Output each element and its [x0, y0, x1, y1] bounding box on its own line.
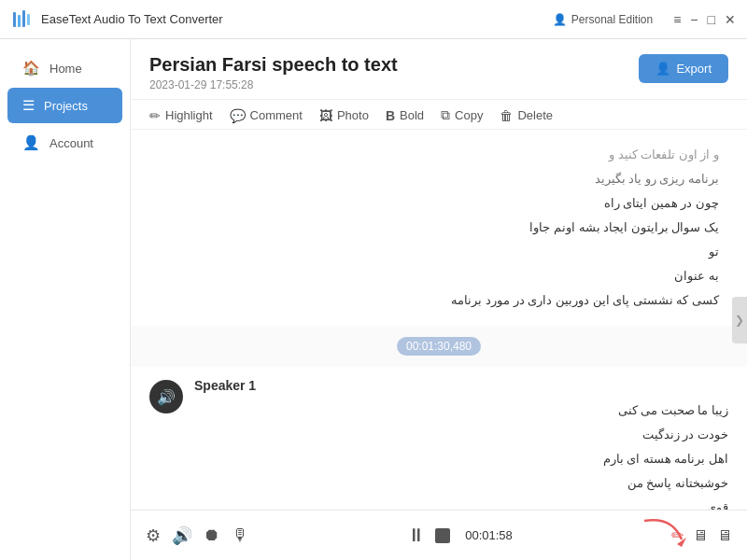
speaker-content: Speaker 1 زیبا ما صحبت می کنی خودت در زن… [194, 378, 728, 510]
highlight-label: Highlight [165, 108, 213, 122]
photo-label: Photo [337, 108, 369, 122]
right-handle[interactable]: ❯ [732, 297, 747, 343]
stop-button[interactable] [435, 528, 450, 543]
maximize-button[interactable]: □ [708, 13, 715, 26]
speaker-line-3: اهل برنامه هسته ای بارم [194, 447, 728, 471]
svg-rect-1 [18, 15, 21, 27]
photo-icon: 🖼 [319, 108, 332, 123]
speaker-line-5: قوی [194, 496, 728, 510]
transcript-area[interactable]: و از اون تلفعات کنید و برنامه ریزی رو یا… [131, 130, 747, 510]
top-line-1: و از اون تلفعات کنید و [159, 143, 719, 167]
comment-icon: 💬 [230, 108, 246, 123]
window-controls: ≡ − □ ✕ [673, 13, 736, 26]
project-title: Persian Farsi speech to text [149, 54, 398, 76]
top-line-2: برنامه ریزی رو یاد بگیرید [159, 167, 719, 191]
toolbar-photo[interactable]: 🖼 Photo [319, 108, 369, 123]
app-logo-area: EaseText Audio To Text Converter [11, 8, 553, 31]
settings-icon[interactable]: ⚙ [146, 525, 161, 546]
speaker-avatar: 🔊 [149, 380, 183, 413]
content-header: Persian Farsi speech to text 2023-01-29 … [131, 39, 747, 100]
content-area: Persian Farsi speech to text 2023-01-29 … [131, 39, 747, 560]
player-left: ⚙ 🔊 ⏺ 🎙 [146, 525, 248, 546]
user-icon: 👤 [553, 13, 567, 26]
screen-icon-2[interactable]: 🖥 [717, 527, 732, 544]
comment-label: Comment [250, 108, 303, 122]
play-controls: ⏸ [407, 525, 450, 546]
speaker-block: 🔊 Speaker 1 زیبا ما صحبت می کنی خودت در … [131, 367, 747, 510]
sidebar-projects-label: Projects [44, 99, 88, 113]
home-icon: 🏠 [22, 60, 40, 77]
menu-button[interactable]: ≡ [673, 13, 681, 26]
export-button[interactable]: 👤 Export [639, 54, 728, 83]
top-text-block: و از اون تلفعات کنید و برنامه ریزی رو یا… [131, 130, 747, 326]
delete-label: Delete [517, 108, 553, 122]
bold-label: Bold [400, 108, 424, 122]
minimize-button[interactable]: − [690, 13, 698, 26]
player-center: ⏸ 00:01:58 [258, 525, 662, 546]
toolbar-delete[interactable]: 🗑 Delete [500, 108, 553, 123]
speaker-line-2: خودت در زندگیت [194, 423, 728, 447]
copy-icon: ⧉ [441, 107, 450, 123]
timestamp-badge: 00:01:30,480 [397, 337, 481, 356]
screen-icon-1[interactable]: 🖥 [693, 527, 708, 544]
mic-icon[interactable]: 🎙 [232, 525, 248, 545]
app-title: EaseText Audio To Text Converter [41, 12, 223, 26]
main-layout: 🏠 Home ☰ Projects 👤 Account Persian Fars… [0, 39, 747, 560]
sidebar-account-label: Account [49, 136, 93, 150]
edition-badge: 👤 Personal Edition [553, 13, 653, 26]
svg-rect-3 [27, 14, 30, 25]
sidebar-item-home[interactable]: 🏠 Home [7, 50, 122, 86]
copy-label: Copy [455, 108, 483, 122]
speaker-name: Speaker 1 [194, 378, 728, 393]
close-button[interactable]: ✕ [725, 13, 736, 26]
speaker-text: زیبا ما صحبت می کنی خودت در زندگیت اهل ب… [194, 399, 728, 510]
projects-icon: ☰ [22, 97, 35, 114]
player-bar: ⚙ 🔊 ⏺ 🎙 ⏸ 00:01:58 ✏ 🖥 🖥 [131, 510, 747, 560]
svg-rect-2 [22, 10, 25, 27]
highlight-icon: ✏ [149, 108, 161, 123]
timestamp-row: 00:01:30,480 [131, 326, 747, 367]
edition-label: Personal Edition [571, 13, 653, 26]
project-info: Persian Farsi speech to text 2023-01-29 … [149, 54, 398, 91]
toolbar-bold[interactable]: B Bold [386, 108, 424, 123]
delete-icon: 🗑 [500, 108, 513, 123]
export-icon: 👤 [655, 62, 670, 76]
speaker-line-1: زیبا ما صحبت می کنی [194, 399, 728, 423]
toolbar: ✏ Highlight 💬 Comment 🖼 Photo B Bold ⧉ C… [131, 100, 747, 130]
toolbar-highlight[interactable]: ✏ Highlight [149, 108, 213, 123]
export-label: Export [676, 62, 712, 76]
top-line-7: کسی که نشستی پای این دوربین داری در مورد… [159, 288, 719, 313]
top-line-6: به عنوان [159, 264, 719, 288]
project-date: 2023-01-29 17:55:28 [149, 78, 398, 91]
top-line-4: یک سوال برایتون ایجاد بشه اونم جاوا [159, 216, 719, 240]
toolbar-copy[interactable]: ⧉ Copy [441, 107, 483, 123]
pause-button[interactable]: ⏸ [407, 525, 426, 546]
arrow-annotation [635, 511, 691, 553]
account-icon: 👤 [22, 134, 40, 151]
sidebar-item-account[interactable]: 👤 Account [7, 125, 122, 161]
title-bar: EaseText Audio To Text Converter 👤 Perso… [0, 0, 747, 39]
app-logo-icon [11, 8, 34, 31]
top-line-3: چون در همین ایتای راه [159, 191, 719, 216]
sidebar-home-label: Home [49, 62, 82, 76]
top-line-5: تو [159, 240, 719, 264]
title-bar-right: 👤 Personal Edition ≡ − □ ✕ [553, 13, 736, 26]
sidebar-item-projects[interactable]: ☰ Projects [7, 88, 122, 123]
svg-rect-0 [13, 12, 16, 27]
sidebar: 🏠 Home ☰ Projects 👤 Account [0, 39, 131, 560]
transcript-wrapper: و از اون تلفعات کنید و برنامه ریزی رو یا… [131, 130, 747, 510]
speaker-line-4: خوشبختانه پاسخ من [194, 471, 728, 496]
bold-icon: B [386, 108, 395, 123]
record-icon[interactable]: ⏺ [204, 525, 220, 545]
header-top: Persian Farsi speech to text 2023-01-29 … [149, 54, 728, 91]
speaker-volume-icon[interactable]: 🔊 [172, 525, 192, 546]
toolbar-comment[interactable]: 💬 Comment [230, 108, 303, 123]
time-display: 00:01:58 [465, 528, 513, 542]
